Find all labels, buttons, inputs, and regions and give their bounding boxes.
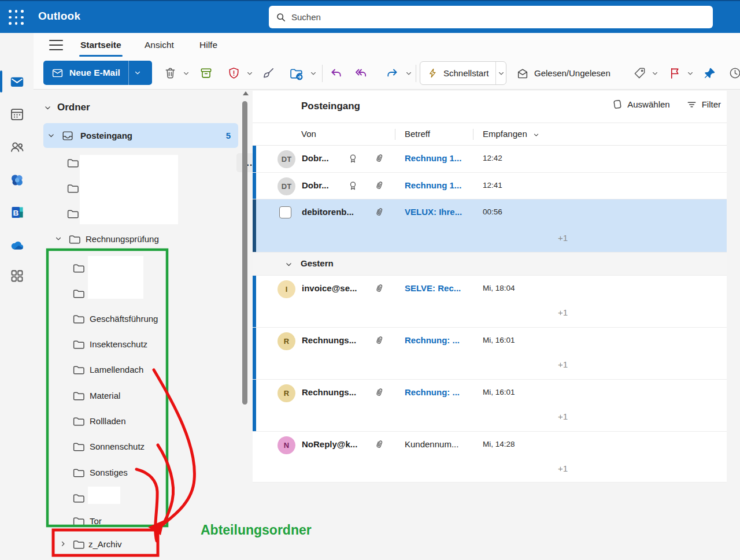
attachment-icon (372, 333, 387, 348)
conversation-overflow-count[interactable]: +1 (558, 233, 568, 243)
delete-dropdown-chevron[interactable] (183, 70, 190, 77)
forward-dropdown-chevron[interactable] (405, 70, 412, 77)
forward-icon[interactable] (385, 66, 398, 80)
calendar-icon[interactable] (9, 106, 25, 122)
sidebar-folder-rechnungspruefung[interactable]: Rechnungsprüfung (43, 226, 238, 251)
subfolder-redacted-3[interactable] (43, 485, 238, 510)
avatar: DT (278, 150, 295, 168)
folder-label: z_Archiv (88, 539, 122, 549)
subfolder-lamellendach[interactable]: Lamellendach (43, 357, 238, 382)
sweep-icon[interactable] (262, 66, 275, 80)
report-icon[interactable] (227, 66, 240, 80)
flag-dropdown-chevron[interactable] (687, 70, 694, 77)
folder-icon (72, 515, 84, 527)
redaction-box (88, 256, 143, 299)
message-time: Mi, 14:28 (483, 440, 515, 448)
ribbon: Startseite Ansicht Hilfe Neue E-Mail (34, 33, 740, 90)
ribbon-badge-icon (347, 153, 359, 165)
avatar: R (278, 384, 295, 402)
new-mail-label: Neue E-Mail (69, 68, 120, 78)
report-dropdown-chevron[interactable] (246, 70, 253, 77)
unread-count-badge: 5 (226, 131, 231, 140)
search-box[interactable] (269, 6, 713, 28)
sort-chevron-icon (533, 132, 539, 138)
tag-dropdown-chevron[interactable] (652, 70, 658, 77)
onedrive-icon[interactable] (9, 238, 25, 253)
select-label: Auswählen (627, 99, 669, 109)
reply-icon[interactable] (330, 66, 343, 80)
chevron-down-icon (55, 235, 62, 242)
move-to-folder-icon[interactable] (289, 66, 302, 80)
subfolder-insektenschutz[interactable]: Insektenschutz (43, 331, 238, 357)
message-row[interactable]: N NoReply@k... Kundennum... Mi, 14:28 +1 (253, 432, 727, 483)
folder-label: Posteingang (80, 131, 132, 140)
move-dropdown-chevron[interactable] (310, 70, 317, 77)
column-betreff[interactable]: Betreff (405, 129, 430, 139)
quick-steps-dropdown[interactable] (495, 62, 506, 84)
subfolder-geschaeftsfuehrung[interactable]: Geschäftsführung (43, 306, 238, 331)
subfolder-material[interactable]: Material (43, 383, 238, 408)
message-row[interactable]: R Rechnungs... Rechnung: ... Mi, 16:01 +… (253, 328, 727, 380)
subfolder-tor[interactable]: Tor (43, 510, 238, 531)
delete-icon[interactable] (164, 66, 177, 80)
message-checkbox[interactable] (279, 206, 291, 218)
search-input[interactable] (291, 12, 706, 22)
select-button[interactable]: Auswählen (612, 99, 669, 110)
scrollbar-up-arrow[interactable] (243, 91, 249, 95)
bookings-icon[interactable]: B (9, 205, 25, 220)
conversation-overflow-count[interactable]: +1 (558, 359, 568, 369)
nav-toggle-icon[interactable] (49, 40, 63, 50)
column-empfangen[interactable]: Empfangen (483, 129, 527, 139)
conversation-overflow-count[interactable]: +1 (558, 411, 568, 421)
message-row[interactable]: DT Dobr... Rechnung 1... 12:41 (253, 173, 727, 199)
subfolder-rollladen[interactable]: Rollladen (43, 408, 238, 433)
new-mail-dropdown[interactable] (128, 61, 146, 85)
message-row[interactable]: R Rechnungs... Rechnung: ... Mi, 16:01 +… (253, 380, 727, 432)
snooze-clock-icon[interactable] (728, 66, 740, 80)
attachment-icon (372, 151, 387, 166)
folder-icon (68, 233, 80, 245)
column-headers: Von Betreff Empfangen (253, 123, 727, 146)
filter-icon (686, 99, 697, 110)
unread-indicator (253, 199, 256, 252)
group-header-gestern[interactable]: Gestern (253, 253, 727, 276)
folders-section-header[interactable]: Ordner (44, 99, 90, 116)
sidebar-scrollbar[interactable] (242, 101, 247, 405)
message-time: 12:41 (483, 181, 502, 190)
flag-icon[interactable] (668, 66, 682, 80)
tag-icon[interactable] (633, 66, 646, 80)
tab-hilfe[interactable]: Hilfe (198, 38, 219, 53)
unread-indicator (253, 173, 256, 199)
subfolder-sonnenschutz[interactable]: Sonnenschutz (43, 433, 238, 459)
ribbon-badge-icon (347, 180, 359, 192)
loop-icon[interactable] (9, 172, 25, 188)
tab-ansicht[interactable]: Ansicht (143, 38, 175, 53)
app-launcher-icon[interactable] (9, 10, 24, 25)
sidebar-item-posteingang[interactable]: Posteingang 5 (43, 123, 238, 148)
list-header: Posteingang Auswählen Filter (253, 91, 727, 123)
message-row[interactable]: I invoice@se... SELVE: Rec... Mi, 18:04 … (253, 276, 727, 328)
mail-icon[interactable] (9, 74, 25, 90)
sidebar-folder-z-archiv[interactable]: z_Archiv (43, 532, 238, 555)
redaction-box (80, 155, 178, 224)
column-von[interactable]: Von (301, 129, 316, 139)
reply-all-icon[interactable] (354, 66, 368, 80)
read-unread-button[interactable]: Gelesen/Ungelesen (516, 61, 610, 85)
quick-steps-button[interactable]: Schnellstart (420, 61, 506, 85)
conversation-overflow-count[interactable]: +1 (558, 463, 568, 473)
message-row[interactable]: DT Dobr... Rechnung 1... 12:42 (253, 146, 727, 173)
folder-label: Rechnungsprüfung (86, 234, 159, 244)
avatar: R (278, 332, 295, 350)
message-subject: VELUX: Ihre... (405, 207, 462, 217)
more-apps-icon[interactable] (9, 268, 25, 284)
folder-icon (72, 390, 84, 402)
tab-startseite[interactable]: Startseite (79, 38, 123, 53)
conversation-overflow-count[interactable]: +1 (558, 307, 568, 317)
message-row-selected[interactable]: debitorenb... VELUX: Ihre... 00:56 +1 (253, 199, 727, 253)
subfolder-sonstiges[interactable]: Sonstiges (43, 459, 238, 485)
archive-icon[interactable] (199, 66, 213, 80)
pin-icon[interactable] (703, 66, 716, 80)
people-icon[interactable] (9, 139, 25, 155)
filter-button[interactable]: Filter (686, 99, 721, 110)
new-mail-button[interactable]: Neue E-Mail (43, 61, 152, 85)
